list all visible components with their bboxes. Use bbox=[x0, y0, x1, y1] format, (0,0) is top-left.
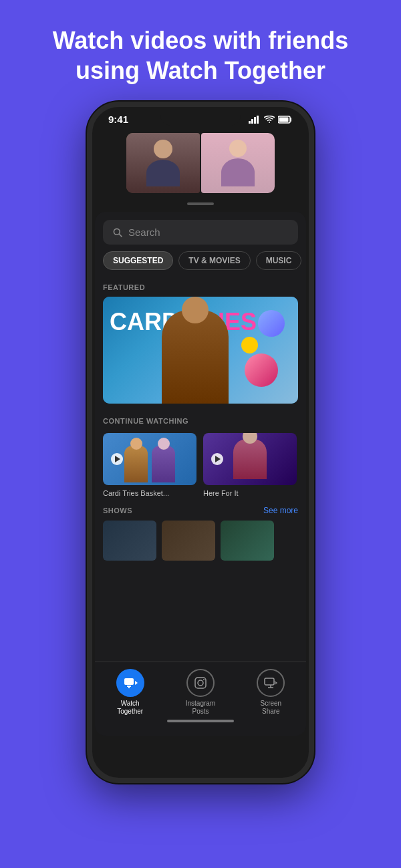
play-button-2[interactable] bbox=[211, 453, 223, 465]
svg-rect-2 bbox=[254, 117, 256, 124]
screen-share-icon bbox=[263, 676, 278, 690]
featured-section-label: FEATURED bbox=[95, 278, 306, 297]
show-card-1[interactable] bbox=[103, 521, 156, 561]
phone-notch bbox=[160, 107, 241, 126]
svg-marker-9 bbox=[135, 681, 138, 685]
play-button-1[interactable] bbox=[111, 453, 123, 465]
shows-label: SHOWS bbox=[103, 507, 132, 515]
svg-rect-8 bbox=[124, 678, 134, 685]
caller-thumb-1 bbox=[126, 133, 200, 193]
status-icons bbox=[249, 116, 293, 124]
mini-person-b bbox=[152, 446, 175, 482]
status-time: 9:41 bbox=[108, 114, 128, 125]
deco-circle-1 bbox=[258, 310, 285, 337]
show-card-2[interactable] bbox=[162, 521, 215, 561]
instagram-icon-circle bbox=[186, 669, 215, 697]
screen-share-icon-circle bbox=[257, 669, 285, 697]
bottom-nav: Watch Together Instagram Posts bbox=[95, 662, 306, 736]
singer-figure bbox=[233, 439, 267, 479]
watch-together-icon-circle bbox=[116, 669, 144, 697]
screen-content: Search SUGGESTED TV & MOVIES MUSIC WATC…… bbox=[95, 212, 306, 736]
search-bar[interactable]: Search bbox=[103, 220, 298, 245]
video-title-2: Here For It bbox=[203, 488, 297, 498]
play-triangle-1 bbox=[115, 456, 120, 462]
nav-label-watch-together: Watch Together bbox=[117, 700, 143, 716]
person-avatar-2 bbox=[221, 140, 255, 186]
nav-item-screen-share[interactable]: Screen Share bbox=[236, 669, 306, 716]
video-thumb-1 bbox=[103, 433, 196, 485]
video-thumb-2 bbox=[203, 433, 297, 485]
search-icon bbox=[112, 227, 123, 238]
show-card-3[interactable] bbox=[221, 521, 274, 561]
search-placeholder: Search bbox=[128, 227, 160, 238]
svg-point-14 bbox=[203, 679, 205, 680]
person-avatar-1 bbox=[146, 140, 180, 186]
battery-icon bbox=[278, 116, 293, 124]
hero-text: Watch videos with friends using Watch To… bbox=[0, 0, 401, 102]
continue-watching-row: Cardi Tries Basket... Here For It bbox=[95, 430, 306, 506]
deco-circle-2 bbox=[245, 353, 278, 387]
category-tabs: SUGGESTED TV & MOVIES MUSIC WATC… bbox=[95, 251, 306, 278]
svg-line-7 bbox=[119, 234, 122, 237]
shows-row bbox=[95, 521, 306, 561]
phone-frame: 9:41 bbox=[87, 102, 314, 783]
mini-person-a bbox=[124, 446, 148, 482]
signal-icon bbox=[249, 116, 261, 124]
see-more-link[interactable]: See more bbox=[263, 506, 298, 515]
featured-banner[interactable]: CARDITRIES bbox=[103, 297, 298, 404]
nav-label-instagram: Instagram Posts bbox=[186, 700, 215, 716]
nav-item-watch-together[interactable]: Watch Together bbox=[95, 669, 165, 716]
svg-rect-3 bbox=[257, 116, 259, 124]
deco-shape-1 bbox=[241, 337, 258, 353]
continue-watching-label: CONTINUE WATCHING bbox=[95, 412, 306, 430]
svg-point-13 bbox=[198, 680, 203, 686]
wifi-icon bbox=[264, 116, 275, 124]
nav-label-screen-share: Screen Share bbox=[260, 700, 281, 716]
video-card-1[interactable]: Cardi Tries Basket... bbox=[103, 433, 196, 498]
svg-point-6 bbox=[114, 229, 120, 235]
svg-rect-15 bbox=[265, 678, 274, 685]
video-card-2[interactable]: Here For It bbox=[203, 433, 297, 498]
tab-suggested[interactable]: SUGGESTED bbox=[103, 251, 173, 270]
video-call-thumbnails bbox=[92, 128, 309, 201]
featured-person bbox=[162, 310, 229, 404]
nav-item-instagram[interactable]: Instagram Posts bbox=[165, 669, 235, 716]
svg-rect-11 bbox=[128, 687, 130, 688]
nav-items: Watch Together Instagram Posts bbox=[95, 669, 306, 716]
play-triangle-2 bbox=[215, 456, 221, 462]
svg-rect-5 bbox=[279, 117, 289, 122]
video-title-1: Cardi Tries Basket... bbox=[103, 488, 196, 498]
handle-bar bbox=[187, 202, 214, 205]
home-indicator bbox=[167, 720, 234, 722]
svg-rect-1 bbox=[251, 119, 253, 124]
caller-thumb-2 bbox=[201, 133, 275, 193]
tab-music[interactable]: MUSIC bbox=[256, 251, 302, 270]
instagram-icon bbox=[193, 676, 208, 690]
svg-rect-0 bbox=[249, 121, 251, 124]
tab-tv-movies[interactable]: TV & MOVIES bbox=[178, 251, 250, 270]
watch-together-icon bbox=[123, 676, 138, 690]
svg-rect-10 bbox=[127, 686, 131, 687]
shows-header: SHOWS See more bbox=[95, 506, 306, 521]
